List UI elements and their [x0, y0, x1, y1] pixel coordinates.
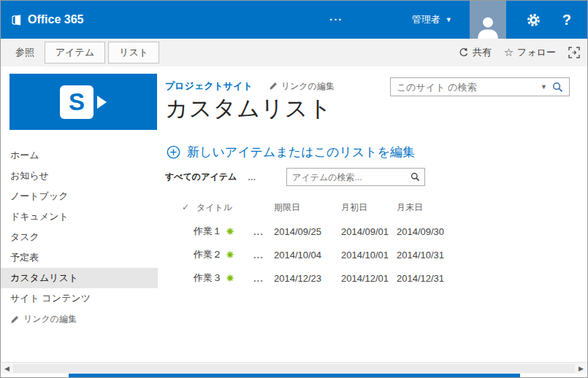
top-edit-links[interactable]: リンクの編集 [269, 80, 335, 93]
site-search-box: ▼ [390, 77, 570, 96]
bottom-blue-strip [69, 374, 520, 377]
page-title: カスタムリスト [165, 93, 332, 124]
sidebar-nav: ホーム お知らせ ノートブック ドキュメント タスク 予定表 カスタムリスト サ… [1, 145, 158, 309]
item-menu-ellipsis[interactable]: ... [253, 273, 274, 284]
table-row: 作業３ ... 2014/12/23 2014/12/01 2014/12/31 [182, 266, 462, 290]
office365-window: Office 365 ... 管理者 ▼ ? 参照 アイテム リスト [0, 0, 588, 378]
cell-due-date: 2014/09/25 [274, 226, 341, 237]
tab-list[interactable]: リスト [108, 42, 159, 63]
follow-star-icon: ☆ [504, 46, 513, 59]
help-button[interactable]: ? [562, 12, 571, 28]
cell-due-date: 2014/12/23 [274, 273, 341, 284]
item-title-link[interactable]: 作業２ [194, 248, 222, 261]
sidebar-item-home[interactable]: ホーム [1, 145, 158, 166]
column-header-month-end[interactable]: 月末日 [397, 201, 462, 214]
search-icon[interactable] [552, 82, 563, 93]
tab-browse[interactable]: 参照 [8, 42, 42, 63]
sharepoint-logo-letter: S [60, 85, 93, 119]
table-header-row: ✓ タイトル 期限日 月初日 月末日 [182, 195, 462, 220]
sidebar-item-site-contents[interactable]: サイト コンテンツ [1, 288, 158, 309]
column-header-title[interactable]: タイトル [194, 201, 253, 214]
focus-icon [568, 47, 580, 58]
item-search-input[interactable] [287, 172, 411, 182]
sidebar-item-custom-list[interactable]: カスタムリスト [1, 268, 158, 288]
follow-label: フォロー [517, 46, 556, 59]
brand-label: Office 365 [28, 13, 83, 26]
scrollbar-thumb[interactable] [13, 364, 575, 373]
sidebar-item-tasks[interactable]: タスク [1, 227, 158, 247]
user-menu-label: 管理者 [412, 13, 440, 26]
item-search-box [286, 168, 425, 186]
cell-month-start: 2014/09/01 [341, 226, 397, 237]
cell-month-start: 2014/10/01 [341, 250, 397, 261]
column-header-due-date[interactable]: 期限日 [274, 201, 341, 214]
breadcrumb-site-link[interactable]: プロジェクトサイト [165, 80, 253, 93]
share-button[interactable]: 共有 [459, 46, 492, 59]
top-edit-links-label: リンクの編集 [281, 80, 335, 93]
table-row: 作業２ ... 2014/10/04 2014/10/01 2014/10/31 [182, 243, 462, 266]
suite-more-menu[interactable]: ... [329, 10, 343, 23]
user-menu[interactable]: 管理者 ▼ [412, 13, 452, 26]
select-all-checkmark[interactable]: ✓ [182, 202, 194, 212]
view-more-menu[interactable]: ... [248, 171, 256, 182]
table-row: 作業１ ... 2014/09/25 2014/09/01 2014/09/30 [182, 220, 462, 243]
site-search-input[interactable] [391, 82, 535, 93]
suite-bar: Office 365 ... 管理者 ▼ ? [1, 1, 587, 39]
cell-month-start: 2014/12/01 [341, 273, 397, 284]
office365-brand[interactable]: Office 365 [11, 1, 83, 39]
item-menu-ellipsis[interactable]: ... [253, 250, 274, 261]
view-bar: すべてのアイテム ... [165, 168, 425, 186]
follow-button[interactable]: ☆ フォロー [504, 46, 556, 59]
cell-month-end: 2014/09/30 [397, 226, 462, 237]
sidebar-item-announcements[interactable]: お知らせ [1, 166, 158, 186]
person-icon [475, 15, 501, 39]
avatar[interactable] [470, 1, 506, 39]
tab-items[interactable]: アイテム [45, 42, 105, 63]
sidebar-item-documents[interactable]: ドキュメント [1, 207, 158, 227]
suite-right-cluster: 管理者 ▼ ? [412, 1, 587, 39]
cell-due-date: 2014/10/04 [274, 250, 341, 261]
search-scope-caret-icon[interactable]: ▼ [535, 83, 552, 90]
ribbon-tabs: 参照 アイテム リスト [8, 39, 159, 66]
sidebar-edit-links-label: リンクの編集 [23, 313, 77, 325]
breadcrumb: プロジェクトサイト リンクの編集 [165, 80, 335, 93]
share-label: 共有 [473, 46, 492, 59]
scroll-right-icon[interactable]: ▶ [579, 363, 584, 374]
share-icon [459, 47, 469, 58]
item-menu-ellipsis[interactable]: ... [253, 226, 274, 237]
list-table: ✓ タイトル 期限日 月初日 月末日 作業１ ... 2014/09/25 20… [182, 195, 462, 290]
new-item-label: 新しいアイテムまたはこのリストを編集 [187, 144, 415, 161]
ribbon-bar: 参照 アイテム リスト 共有 ☆ フォロー [1, 39, 587, 66]
scroll-left-icon[interactable]: ◀ [4, 363, 9, 374]
pencil-icon [269, 82, 278, 90]
office-logo-icon [11, 15, 22, 26]
cell-month-end: 2014/10/31 [397, 250, 462, 261]
item-title-link[interactable]: 作業１ [194, 225, 222, 238]
plus-circle-icon [167, 145, 180, 159]
search-icon[interactable] [411, 172, 420, 182]
gear-icon[interactable] [527, 13, 541, 27]
cell-month-end: 2014/12/31 [397, 273, 462, 284]
sidebar-edit-links[interactable]: リンクの編集 [10, 313, 77, 325]
sharepoint-site-logo[interactable]: S [9, 74, 157, 130]
view-all-items-link[interactable]: すべてのアイテム [165, 171, 237, 183]
sharepoint-logo-arrow-icon [97, 96, 107, 109]
focus-mode-button[interactable] [568, 47, 580, 58]
new-badge-icon [226, 274, 234, 282]
item-title-link[interactable]: 作業３ [194, 271, 222, 285]
pencil-icon [10, 315, 19, 324]
ribbon-actions: 共有 ☆ フォロー [459, 39, 580, 66]
new-badge-icon [226, 228, 234, 235]
column-header-month-start[interactable]: 月初日 [341, 201, 397, 214]
sidebar-item-notebook[interactable]: ノートブック [1, 186, 158, 207]
chevron-down-icon: ▼ [446, 16, 452, 23]
new-item-link[interactable]: 新しいアイテムまたはこのリストを編集 [167, 144, 415, 161]
horizontal-scrollbar[interactable]: ◀ ▶ [1, 362, 587, 374]
new-badge-icon [226, 251, 234, 258]
sidebar-item-calendar[interactable]: 予定表 [1, 247, 158, 268]
